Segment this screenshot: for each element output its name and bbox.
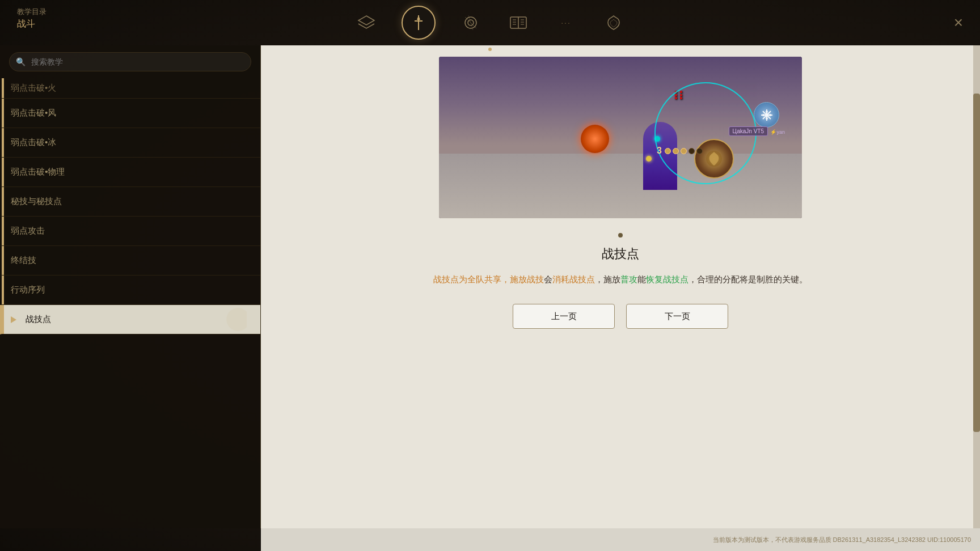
svg-point-12	[766, 111, 768, 113]
prev-button[interactable]: 上一页	[513, 304, 615, 329]
sidebar-item-skill-points[interactable]: 秘技与秘技点	[0, 187, 260, 217]
active-pattern	[204, 305, 260, 334]
search-input[interactable]	[9, 52, 251, 71]
desc-plain-1: ，施放	[595, 274, 620, 284]
category-label: 教学目录	[17, 7, 47, 17]
player-indicator: ЦаkаJn VТ5	[729, 126, 768, 136]
sidebar-item-weak-ice[interactable]: 弱点击破•冰	[0, 128, 260, 158]
skill-dot-3	[681, 148, 687, 154]
nav-dots: ···	[554, 10, 578, 35]
sidebar-item-weak-attack[interactable]: 弱点攻击	[0, 217, 260, 246]
skill-dot-1	[665, 148, 671, 154]
nav-eye-icon[interactable]	[458, 10, 483, 35]
video-container: ⫶⫶	[439, 57, 802, 218]
content-inner: ⫶⫶	[261, 45, 980, 351]
menu-bar-indicator	[2, 217, 4, 245]
game-scene: ⫶⫶	[439, 57, 802, 218]
next-button[interactable]: 下一页	[626, 304, 728, 329]
energy-orb-gold	[646, 156, 652, 162]
menu-bar-indicator	[2, 187, 4, 216]
scrollbar-thumb[interactable]	[973, 94, 980, 431]
desc-highlight-sp: 战技点为全队共享，施放	[433, 274, 527, 284]
character-avatar	[694, 139, 734, 179]
close-button[interactable]: ×	[954, 14, 963, 32]
breadcrumb: 教学目录 战斗	[17, 7, 47, 30]
current-section-label: 战斗	[17, 18, 47, 30]
tutorial-menu: 弱点击破•火 弱点击破•风 弱点击破•冰 弱点击破•物理 秘技与秘技点 弱点攻击…	[0, 78, 260, 527]
attack-orb	[581, 125, 609, 153]
page-indicator	[284, 230, 957, 240]
nav-trinity-icon[interactable]	[601, 10, 626, 35]
snowflake-label: ⚡yan	[770, 129, 785, 135]
navigation-buttons: 上一页 下一页	[284, 304, 957, 329]
main-content: ⫶⫶	[261, 45, 980, 528]
skill-dot-2	[673, 148, 679, 154]
version-text: 当前版本为测试版本，不代表游戏服务品质 DB261311_A3182354_L3…	[713, 536, 971, 544]
content-description: 战技点为全队共享，施放战技会消耗战技点，施放普攻能恢复战技点，合理的分配将是制胜…	[284, 272, 957, 287]
desc-restore: 恢复战技点	[646, 274, 688, 284]
top-navigation: 教学目录 战斗	[0, 0, 980, 45]
menu-bar-indicator	[2, 158, 4, 187]
sidebar-item-weak-phys[interactable]: 弱点击破•物理	[0, 158, 260, 187]
nav-icon-group: ···	[354, 6, 626, 40]
nav-sword-icon[interactable]	[402, 6, 436, 40]
sidebar: 🔍 弱点击破•火 弱点击破•风 弱点击破•冰 弱点击破•物理 秘技与秘技点 弱点…	[0, 45, 261, 528]
desc-can: 能	[637, 274, 646, 284]
footer-bar: 当前版本为测试版本，不代表游戏服务品质 DB261311_A3182354_L3…	[261, 528, 980, 551]
video-frame: ⫶⫶	[439, 57, 802, 218]
sidebar-item-ult[interactable]: 终结技	[0, 246, 260, 276]
play-icon	[11, 316, 16, 323]
desc-skill: 战技	[527, 274, 544, 284]
skill-dot-4	[688, 148, 695, 154]
nav-layers-icon[interactable]	[354, 10, 379, 35]
skill-number: 3	[657, 146, 662, 156]
sidebar-item-action-order[interactable]: 行动序列	[0, 276, 260, 305]
menu-bar-indicator	[2, 128, 4, 157]
menu-bar-indicator	[2, 78, 4, 98]
content-title: 战技点	[284, 245, 957, 262]
menu-bar-indicator	[2, 99, 4, 128]
scrollbar-track	[973, 45, 980, 528]
search-icon: 🔍	[16, 57, 26, 66]
sidebar-item-battle-sp[interactable]: 战技点	[0, 305, 260, 334]
list-item[interactable]: 弱点击破•火	[0, 78, 260, 99]
nav-book-icon[interactable]	[506, 10, 531, 35]
skill-dot-5	[696, 148, 703, 154]
desc-consume: 消耗战技点	[552, 274, 595, 284]
svg-point-15	[769, 114, 771, 116]
game-floor	[439, 154, 802, 218]
menu-bar-indicator	[2, 276, 4, 304]
search-bar: 🔍	[9, 52, 251, 71]
snowflake-icon	[754, 102, 779, 128]
desc-basic: 普攻	[620, 274, 637, 284]
menu-bar-indicator	[2, 305, 4, 334]
desc-end: ，合理的分配将是制胜的关键。	[688, 274, 808, 284]
skill-dots-bar: 3	[657, 146, 703, 156]
menu-bar-indicator	[2, 246, 4, 275]
sidebar-item-weak-wind[interactable]: 弱点击破•风	[0, 99, 260, 128]
desc-will: 会	[544, 274, 552, 284]
svg-point-13	[766, 117, 768, 120]
svg-point-14	[762, 114, 764, 116]
svg-marker-2	[417, 15, 420, 20]
